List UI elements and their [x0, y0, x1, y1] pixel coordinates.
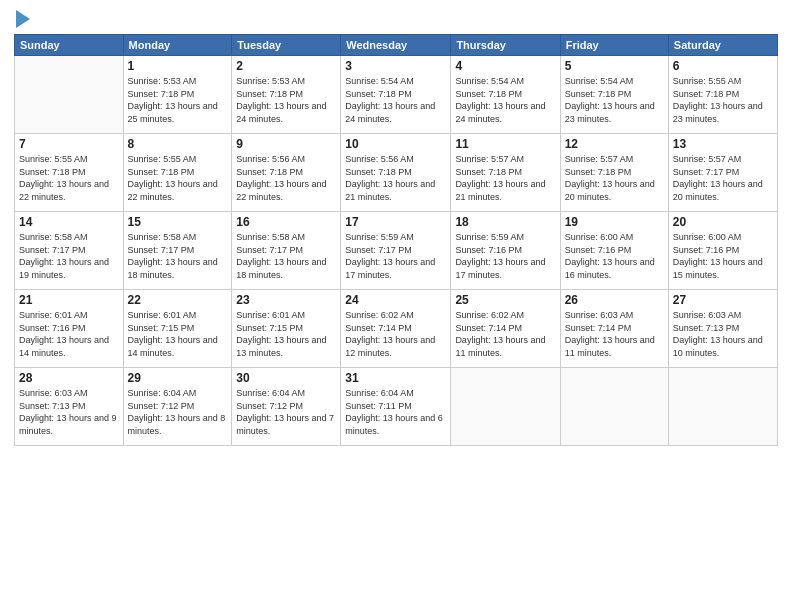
calendar-cell: 6Sunrise: 5:55 AMSunset: 7:18 PMDaylight…: [668, 56, 777, 134]
day-info: Sunrise: 5:58 AMSunset: 7:17 PMDaylight:…: [19, 231, 119, 281]
day-number: 17: [345, 215, 446, 229]
calendar-cell: 30Sunrise: 6:04 AMSunset: 7:12 PMDayligh…: [232, 368, 341, 446]
day-info: Sunrise: 5:55 AMSunset: 7:18 PMDaylight:…: [19, 153, 119, 203]
calendar-cell: 7Sunrise: 5:55 AMSunset: 7:18 PMDaylight…: [15, 134, 124, 212]
calendar-cell: 16Sunrise: 5:58 AMSunset: 7:17 PMDayligh…: [232, 212, 341, 290]
day-number: 10: [345, 137, 446, 151]
day-info: Sunrise: 5:54 AMSunset: 7:18 PMDaylight:…: [565, 75, 664, 125]
day-info: Sunrise: 5:59 AMSunset: 7:16 PMDaylight:…: [455, 231, 555, 281]
calendar-cell: 26Sunrise: 6:03 AMSunset: 7:14 PMDayligh…: [560, 290, 668, 368]
day-info: Sunrise: 6:04 AMSunset: 7:11 PMDaylight:…: [345, 387, 446, 437]
day-number: 1: [128, 59, 228, 73]
day-info: Sunrise: 6:00 AMSunset: 7:16 PMDaylight:…: [565, 231, 664, 281]
day-number: 22: [128, 293, 228, 307]
calendar-cell: [451, 368, 560, 446]
calendar-cell: 21Sunrise: 6:01 AMSunset: 7:16 PMDayligh…: [15, 290, 124, 368]
calendar-cell: 17Sunrise: 5:59 AMSunset: 7:17 PMDayligh…: [341, 212, 451, 290]
calendar-week-4: 21Sunrise: 6:01 AMSunset: 7:16 PMDayligh…: [15, 290, 778, 368]
day-info: Sunrise: 6:01 AMSunset: 7:16 PMDaylight:…: [19, 309, 119, 359]
day-info: Sunrise: 5:54 AMSunset: 7:18 PMDaylight:…: [455, 75, 555, 125]
day-info: Sunrise: 6:01 AMSunset: 7:15 PMDaylight:…: [128, 309, 228, 359]
day-info: Sunrise: 5:56 AMSunset: 7:18 PMDaylight:…: [236, 153, 336, 203]
day-info: Sunrise: 6:03 AMSunset: 7:14 PMDaylight:…: [565, 309, 664, 359]
day-number: 23: [236, 293, 336, 307]
weekday-header-sunday: Sunday: [15, 35, 124, 56]
day-number: 14: [19, 215, 119, 229]
day-number: 16: [236, 215, 336, 229]
weekday-header-wednesday: Wednesday: [341, 35, 451, 56]
weekday-header-friday: Friday: [560, 35, 668, 56]
calendar-cell: [15, 56, 124, 134]
calendar-cell: 8Sunrise: 5:55 AMSunset: 7:18 PMDaylight…: [123, 134, 232, 212]
day-info: Sunrise: 5:58 AMSunset: 7:17 PMDaylight:…: [236, 231, 336, 281]
day-number: 9: [236, 137, 336, 151]
day-info: Sunrise: 6:01 AMSunset: 7:15 PMDaylight:…: [236, 309, 336, 359]
day-info: Sunrise: 6:02 AMSunset: 7:14 PMDaylight:…: [345, 309, 446, 359]
day-info: Sunrise: 6:03 AMSunset: 7:13 PMDaylight:…: [673, 309, 773, 359]
day-number: 12: [565, 137, 664, 151]
calendar-cell: 28Sunrise: 6:03 AMSunset: 7:13 PMDayligh…: [15, 368, 124, 446]
calendar-cell: 23Sunrise: 6:01 AMSunset: 7:15 PMDayligh…: [232, 290, 341, 368]
calendar-cell: 2Sunrise: 5:53 AMSunset: 7:18 PMDaylight…: [232, 56, 341, 134]
day-number: 2: [236, 59, 336, 73]
calendar-cell: 15Sunrise: 5:58 AMSunset: 7:17 PMDayligh…: [123, 212, 232, 290]
calendar-cell: 5Sunrise: 5:54 AMSunset: 7:18 PMDaylight…: [560, 56, 668, 134]
weekday-header-saturday: Saturday: [668, 35, 777, 56]
day-info: Sunrise: 5:55 AMSunset: 7:18 PMDaylight:…: [673, 75, 773, 125]
day-info: Sunrise: 5:57 AMSunset: 7:18 PMDaylight:…: [455, 153, 555, 203]
calendar-cell: 22Sunrise: 6:01 AMSunset: 7:15 PMDayligh…: [123, 290, 232, 368]
calendar-week-3: 14Sunrise: 5:58 AMSunset: 7:17 PMDayligh…: [15, 212, 778, 290]
weekday-header-thursday: Thursday: [451, 35, 560, 56]
calendar-cell: 11Sunrise: 5:57 AMSunset: 7:18 PMDayligh…: [451, 134, 560, 212]
day-info: Sunrise: 6:04 AMSunset: 7:12 PMDaylight:…: [236, 387, 336, 437]
weekday-header-tuesday: Tuesday: [232, 35, 341, 56]
day-number: 18: [455, 215, 555, 229]
calendar-cell: 31Sunrise: 6:04 AMSunset: 7:11 PMDayligh…: [341, 368, 451, 446]
calendar-cell: 18Sunrise: 5:59 AMSunset: 7:16 PMDayligh…: [451, 212, 560, 290]
logo: [14, 10, 30, 28]
calendar-cell: 9Sunrise: 5:56 AMSunset: 7:18 PMDaylight…: [232, 134, 341, 212]
calendar-cell: 24Sunrise: 6:02 AMSunset: 7:14 PMDayligh…: [341, 290, 451, 368]
day-info: Sunrise: 5:53 AMSunset: 7:18 PMDaylight:…: [128, 75, 228, 125]
day-info: Sunrise: 5:53 AMSunset: 7:18 PMDaylight:…: [236, 75, 336, 125]
calendar-week-1: 1Sunrise: 5:53 AMSunset: 7:18 PMDaylight…: [15, 56, 778, 134]
calendar-cell: 25Sunrise: 6:02 AMSunset: 7:14 PMDayligh…: [451, 290, 560, 368]
page: SundayMondayTuesdayWednesdayThursdayFrid…: [0, 0, 792, 612]
calendar-cell: 14Sunrise: 5:58 AMSunset: 7:17 PMDayligh…: [15, 212, 124, 290]
day-number: 8: [128, 137, 228, 151]
day-number: 29: [128, 371, 228, 385]
calendar-cell: [560, 368, 668, 446]
day-info: Sunrise: 5:59 AMSunset: 7:17 PMDaylight:…: [345, 231, 446, 281]
calendar-cell: 1Sunrise: 5:53 AMSunset: 7:18 PMDaylight…: [123, 56, 232, 134]
day-number: 26: [565, 293, 664, 307]
weekday-header-row: SundayMondayTuesdayWednesdayThursdayFrid…: [15, 35, 778, 56]
day-number: 21: [19, 293, 119, 307]
day-number: 5: [565, 59, 664, 73]
header: [14, 10, 778, 28]
day-info: Sunrise: 5:55 AMSunset: 7:18 PMDaylight:…: [128, 153, 228, 203]
day-number: 19: [565, 215, 664, 229]
day-number: 6: [673, 59, 773, 73]
logo-arrow-icon: [16, 10, 30, 28]
day-number: 28: [19, 371, 119, 385]
calendar-week-2: 7Sunrise: 5:55 AMSunset: 7:18 PMDaylight…: [15, 134, 778, 212]
day-info: Sunrise: 5:58 AMSunset: 7:17 PMDaylight:…: [128, 231, 228, 281]
day-number: 11: [455, 137, 555, 151]
day-number: 4: [455, 59, 555, 73]
day-number: 7: [19, 137, 119, 151]
calendar-table: SundayMondayTuesdayWednesdayThursdayFrid…: [14, 34, 778, 446]
calendar-cell: 4Sunrise: 5:54 AMSunset: 7:18 PMDaylight…: [451, 56, 560, 134]
calendar-cell: 3Sunrise: 5:54 AMSunset: 7:18 PMDaylight…: [341, 56, 451, 134]
calendar-week-5: 28Sunrise: 6:03 AMSunset: 7:13 PMDayligh…: [15, 368, 778, 446]
day-info: Sunrise: 5:56 AMSunset: 7:18 PMDaylight:…: [345, 153, 446, 203]
day-info: Sunrise: 5:57 AMSunset: 7:17 PMDaylight:…: [673, 153, 773, 203]
calendar-cell: 20Sunrise: 6:00 AMSunset: 7:16 PMDayligh…: [668, 212, 777, 290]
day-number: 3: [345, 59, 446, 73]
calendar-cell: 10Sunrise: 5:56 AMSunset: 7:18 PMDayligh…: [341, 134, 451, 212]
day-info: Sunrise: 5:54 AMSunset: 7:18 PMDaylight:…: [345, 75, 446, 125]
day-info: Sunrise: 6:02 AMSunset: 7:14 PMDaylight:…: [455, 309, 555, 359]
calendar-cell: 27Sunrise: 6:03 AMSunset: 7:13 PMDayligh…: [668, 290, 777, 368]
calendar-cell: 19Sunrise: 6:00 AMSunset: 7:16 PMDayligh…: [560, 212, 668, 290]
day-number: 20: [673, 215, 773, 229]
day-info: Sunrise: 6:04 AMSunset: 7:12 PMDaylight:…: [128, 387, 228, 437]
